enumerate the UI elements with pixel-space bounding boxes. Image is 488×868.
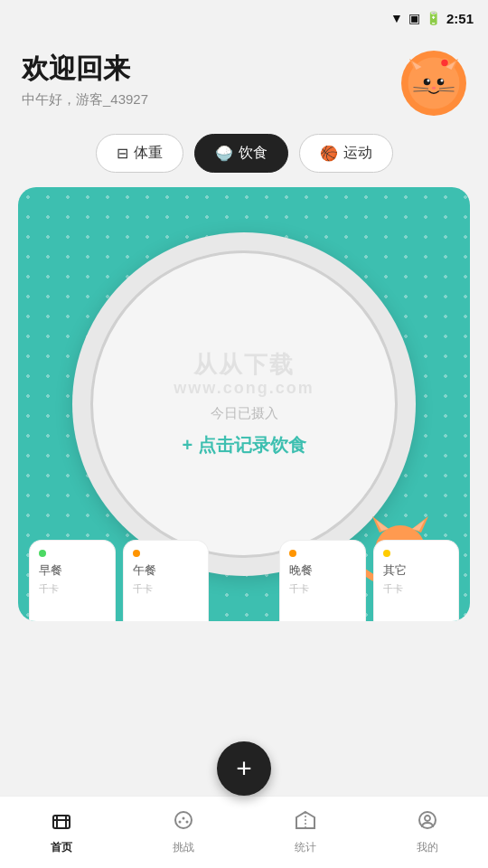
wifi-icon: ▼ <box>390 11 403 25</box>
meal-card-breakfast[interactable]: 早餐 千卡 <box>29 540 116 621</box>
lunch-label: 午餐 <box>133 562 156 579</box>
other-dot <box>383 550 390 557</box>
svg-point-37 <box>175 812 192 828</box>
lunch-cal: 千卡 <box>133 582 153 596</box>
dinner-cal: 千卡 <box>289 582 309 596</box>
svg-point-9 <box>441 80 444 82</box>
nav-stats[interactable]: 统计 <box>244 809 366 855</box>
header: 欢迎回来 中午好，游客_43927 <box>0 36 488 127</box>
exercise-icon: 🏀 <box>320 145 338 162</box>
stats-icon <box>295 809 316 836</box>
svg-point-6 <box>424 79 431 86</box>
dinner-dot <box>289 550 296 557</box>
meal-card-dinner[interactable]: 晚餐 千卡 <box>279 540 366 621</box>
lunch-dot <box>133 550 140 557</box>
signal-icon: ▣ <box>408 11 420 25</box>
svg-point-10 <box>432 87 436 90</box>
tab-buttons: ⊟ 体重 🍚 饮食 🏀 运动 <box>0 127 488 187</box>
other-label: 其它 <box>383 562 407 579</box>
avatar[interactable] <box>401 51 466 116</box>
svg-point-7 <box>437 79 445 86</box>
breakfast-dot <box>39 550 46 557</box>
status-time: 2:51 <box>446 11 474 26</box>
svg-point-39 <box>182 817 184 820</box>
svg-point-44 <box>425 816 430 821</box>
meal-card-other[interactable]: 其它 千卡 <box>373 540 460 621</box>
svg-point-8 <box>427 80 430 82</box>
nav-home-label: 首页 <box>51 840 72 855</box>
bottom-nav: 首页 挑战 统计 我的 <box>0 796 488 868</box>
avatar-illustration <box>407 56 461 110</box>
plate-watermark: 从从下载 www.cong.com <box>174 351 314 399</box>
weight-icon: ⊟ <box>117 145 128 162</box>
breakfast-label: 早餐 <box>39 562 62 579</box>
nav-challenge[interactable]: 挑战 <box>122 809 244 855</box>
tab-weight[interactable]: ⊟ 体重 <box>96 134 183 173</box>
nav-profile-label: 我的 <box>417 840 438 855</box>
home-icon <box>51 809 72 836</box>
plate-subtitle: 今日已摄入 <box>211 405 278 422</box>
svg-point-40 <box>185 821 188 824</box>
welcome-title: 欢迎回来 <box>22 51 148 88</box>
tab-diet[interactable]: 🍚 饮食 <box>194 134 288 173</box>
breakfast-cal: 千卡 <box>39 582 59 596</box>
tab-diet-label: 饮食 <box>239 144 267 163</box>
challenge-icon <box>173 809 194 836</box>
battery-icon: 🔋 <box>426 11 441 25</box>
svg-rect-33 <box>53 816 70 828</box>
fab-plus-icon: + <box>236 755 252 782</box>
nav-home[interactable]: 首页 <box>0 809 122 855</box>
status-bar: ▼ ▣ 🔋 2:51 <box>0 0 488 36</box>
main-card: 从从下载 www.cong.com 今日已摄入 + 点击记录饮食 <box>18 187 470 621</box>
nav-profile[interactable]: 我的 <box>366 809 488 855</box>
greeting-text: 中午好，游客_43927 <box>22 91 148 108</box>
nav-stats-label: 统计 <box>295 840 316 855</box>
svg-point-38 <box>178 821 181 824</box>
tab-weight-label: 体重 <box>134 144 163 163</box>
tab-exercise-label: 运动 <box>343 144 372 163</box>
meal-row: 早餐 千卡 午餐 千卡 晚餐 千卡 其它 千卡 <box>18 522 470 621</box>
meal-card-lunch[interactable]: 午餐 千卡 <box>123 540 210 621</box>
nav-challenge-label: 挑战 <box>173 840 194 855</box>
dinner-label: 晚餐 <box>289 562 313 579</box>
profile-icon <box>417 809 438 836</box>
other-cal: 千卡 <box>383 582 403 596</box>
diet-icon: 🍚 <box>215 145 233 162</box>
tab-exercise[interactable]: 🏀 运动 <box>299 134 393 173</box>
fab-add-button[interactable]: + <box>217 741 271 796</box>
plate-cta[interactable]: + 点击记录饮食 <box>182 433 305 458</box>
